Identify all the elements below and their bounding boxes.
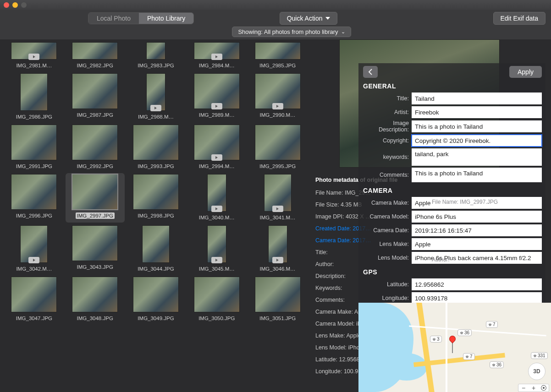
filter-label: Showing: All photos from photo library (238, 28, 338, 35)
copyright-input[interactable] (412, 135, 542, 147)
apply-button[interactable]: Apply (509, 66, 542, 78)
zoom-out-button[interactable]: − (518, 384, 529, 392)
zoom-window-button[interactable] (21, 2, 27, 8)
thumbnail-cell[interactable]: IMG_2987.JPG (66, 72, 125, 122)
thumbnail-caption: IMG_2982.JPG (76, 62, 115, 69)
thumbnail-image (20, 73, 48, 111)
thumbnail-cell[interactable]: IMG_3040.M… (187, 173, 246, 223)
thumbnail-cell[interactable]: IMG_2992.JPG (66, 124, 125, 171)
thumbnail-cell[interactable]: IMG_3043.JPG (66, 224, 125, 274)
tab-photo-library[interactable]: Photo Library (139, 13, 193, 24)
map-poi[interactable]: 7 (486, 321, 498, 328)
thumbnail-caption: IMG_2991.JPG (15, 163, 54, 169)
thumbnail-cell[interactable]: IMG_2989.M… (187, 72, 246, 122)
thumbnail-cell[interactable]: IMG_2994.M… (187, 124, 246, 171)
thumbnail-caption: IMG_2994.M… (198, 163, 236, 169)
thumbnail-cell[interactable]: IMG_3048.JPG (66, 276, 125, 323)
thumbnail-caption: IMG_3051.JPG (258, 315, 297, 321)
map-poi[interactable]: 7 (463, 353, 475, 360)
thumbnail-caption: IMG_2995.JPG (258, 163, 297, 169)
thumbnail-cell[interactable]: IMG_3051.JPG (248, 276, 307, 323)
thumbnail-cell[interactable]: IMG_3049.JPG (127, 276, 186, 323)
map-poi[interactable]: 36 (490, 361, 504, 368)
section-general: GENERAL (363, 82, 542, 90)
play-icon (272, 103, 283, 109)
location-map[interactable]: 3 36 7 7 36 331 3D − + ⦿ (358, 303, 551, 392)
map-poi[interactable]: 3 (430, 336, 442, 343)
thumbnail-cell[interactable]: IMG_3045.M… (187, 224, 246, 274)
edit-exif-button[interactable]: Edit Exif data (493, 12, 546, 25)
thumbnail-image (146, 42, 165, 60)
thumbnail-caption: IMG_3049.JPG (136, 315, 175, 321)
thumbnail-caption: IMG_3043.JPG (76, 264, 115, 270)
thumbnail-caption: IMG_2985.JPG (258, 62, 297, 69)
thumbnail-cell[interactable]: IMG_2993.JPG (127, 124, 186, 171)
thumbnail-cell[interactable]: IMG_3041.M… (248, 173, 307, 223)
thumbnail-cell[interactable]: IMG_2997.JPG (66, 173, 125, 223)
thumbnail-cell[interactable]: IMG_2983.JPG (127, 41, 186, 71)
description-input[interactable] (412, 120, 542, 132)
thumbnail-cell[interactable]: IMG_2982.JPG (66, 41, 125, 71)
chevron-left-icon (368, 69, 373, 75)
thumbnail-cell[interactable]: IMG_3044.JPG (127, 224, 186, 274)
thumbnail-cell[interactable]: IMG_2998.JPG (127, 173, 186, 223)
thumbnail-cell[interactable]: IMG_2981.M… (5, 41, 64, 71)
play-icon (272, 257, 283, 263)
close-window-button[interactable] (4, 2, 9, 8)
play-icon (272, 206, 283, 212)
thumbnail-caption: IMG_3042.M… (15, 266, 53, 272)
play-icon (28, 54, 39, 60)
thumbnail-caption: IMG_3046.M… (259, 266, 297, 272)
thumbnail-caption: IMG_2990.M… (259, 112, 297, 118)
quick-action-menu[interactable]: Quick Action (280, 12, 337, 25)
thumbnail-image (72, 174, 118, 210)
map-poi[interactable]: 36 (457, 329, 472, 336)
minimize-window-button[interactable] (12, 2, 18, 8)
map-3d-button[interactable]: 3D (528, 363, 545, 380)
thumbnail-cell[interactable]: IMG_3042.M… (5, 224, 64, 274)
thumbnail-gallery[interactable]: IMG_2981.M…IMG_2982.JPGIMG_2983.JPGIMG_2… (0, 39, 312, 392)
thumbnail-image (207, 225, 226, 263)
thumbnail-caption: IMG_2988.M… (137, 114, 175, 120)
tab-local-photo[interactable]: Local Photo (88, 13, 139, 24)
thumbnail-cell[interactable]: IMG_2996.JPG (5, 173, 64, 223)
thumbnail-caption: IMG_2984.M… (198, 62, 236, 69)
thumbnail-cell[interactable]: IMG_2990.M… (248, 72, 307, 122)
zoom-reset-button[interactable]: ⦿ (539, 384, 549, 392)
title-input[interactable] (412, 93, 542, 104)
thumbnail-caption: IMG_2983.JPG (136, 62, 175, 69)
thumbnail-caption: IMG_2989.M… (198, 112, 236, 118)
play-icon (211, 154, 222, 161)
thumbnail-image (255, 277, 301, 312)
map-pin-icon (448, 334, 457, 343)
thumbnail-cell[interactable]: IMG_2995.JPG (248, 124, 307, 171)
back-button[interactable] (363, 66, 378, 78)
thumbnail-cell[interactable]: IMG_2991.JPG (5, 124, 64, 171)
map-poi[interactable]: 331 (531, 352, 548, 359)
library-filter-select[interactable]: Showing: All photos from photo library ⌄ (232, 27, 351, 37)
thumbnail-caption: IMG_3047.JPG (15, 315, 54, 321)
detail-column: Photo metadata of original file File Nam… (312, 39, 551, 392)
thumbnail-cell[interactable]: IMG_2988.M… (127, 72, 186, 122)
thumbnail-image (20, 225, 48, 263)
zoom-in-button[interactable]: + (529, 384, 539, 392)
artist-input[interactable] (412, 106, 542, 118)
section-camera: CAMERA (363, 187, 542, 194)
play-icon (150, 105, 161, 111)
thumbnail-image (72, 225, 118, 261)
thumbnail-cell[interactable]: IMG_2986.JPG (5, 72, 64, 122)
thumbnail-cell[interactable]: IMG_3050.JPG (187, 276, 246, 323)
thumbnail-cell[interactable]: IMG_3047.JPG (5, 276, 64, 323)
thumbnail-cell[interactable]: IMG_2984.M… (187, 41, 246, 71)
keywords-input[interactable] (412, 148, 542, 166)
thumbnail-caption: IMG_2993.JPG (136, 163, 175, 169)
comments-input[interactable] (412, 168, 542, 182)
thumbnail-cell[interactable]: IMG_3046.M… (248, 224, 307, 274)
thumbnail-image (11, 125, 57, 160)
thumbnail-image (194, 42, 240, 60)
thumbnail-caption: IMG_2998.JPG (136, 212, 175, 219)
thumbnail-image (268, 225, 287, 263)
thumbnail-cell[interactable]: IMG_2985.JPG (248, 41, 307, 71)
toolbar: Local Photo Photo Library Quick Action E… (0, 10, 551, 27)
thumbnail-image (255, 42, 301, 60)
